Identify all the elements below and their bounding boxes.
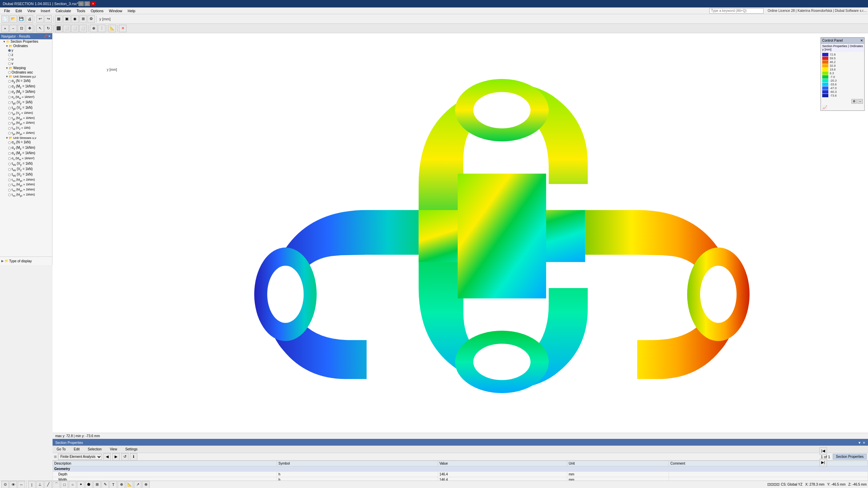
bt-9[interactable]: ○ [69, 481, 76, 488]
nav-ordinates-wsc[interactable]: Ordinates wsc [0, 70, 52, 75]
sp-tab-label[interactable]: Section Properties [833, 454, 867, 460]
bt-15[interactable]: ⊕ [118, 481, 125, 488]
sp-goto-btn[interactable]: Go To [54, 447, 68, 452]
bt-14[interactable]: T [110, 481, 117, 488]
bt-8[interactable]: □ [61, 481, 68, 488]
nav-tyz-vy-knm[interactable]: τyz (Vy = 1kNm) [0, 111, 52, 116]
sp-next-btn[interactable]: ▶ [112, 453, 120, 461]
nav-ordinate-z[interactable]: z [0, 53, 52, 57]
render-btn-3[interactable]: ⬜ [71, 25, 79, 32]
bt-18[interactable]: ⊕ [142, 481, 150, 488]
maximize-button[interactable]: □ [84, 1, 90, 6]
nav-sv-my[interactable]: σv (My = 1kNm) [0, 151, 52, 156]
menu-window[interactable]: Window [106, 8, 125, 14]
render-btn-1[interactable]: ⬛ [55, 25, 62, 32]
nav-close-icon[interactable]: ✕ [48, 35, 51, 38]
render-btn-2[interactable]: ⬜ [63, 25, 71, 32]
nav-tvu-vz-1[interactable]: τvu (Vz = 1kN) [0, 167, 52, 172]
cp-expand-btn[interactable]: ↔ [857, 99, 863, 104]
nav-unit-stresses-uv[interactable]: ▼ 📂 Unit Stresses u,v [0, 136, 52, 140]
nav-tyz-myz-1[interactable]: τyz (Myz = 1kNm) [0, 116, 52, 121]
nav-sv-mz[interactable]: σv (Mz = 1kNm) [0, 145, 52, 151]
sp-analysis-dropdown[interactable]: Finite Element Analysis [58, 454, 102, 460]
nav-sz-mw[interactable]: σz (Mw = 1kNm²) [0, 95, 52, 100]
menu-calculate[interactable]: Calculate [53, 8, 74, 14]
nav-tvu-myz-3[interactable]: τvu (Myz = 1kNm) [0, 187, 52, 192]
nav-warping[interactable]: ▼ 📂 Warping [0, 66, 52, 70]
tb-btn-1[interactable]: ▦ [55, 15, 62, 23]
nav-tvu-myz-1[interactable]: τvu (Myz = 1kNm) [0, 178, 52, 183]
sp-collapse-icon[interactable]: ▼ [858, 441, 861, 445]
nav-sv-mw[interactable]: σv (Mw = 1kNm²) [0, 156, 52, 161]
render-btn-4[interactable]: ⬜ [79, 25, 87, 32]
nav-ordinate-y[interactable]: y [0, 48, 52, 53]
nav-ordinate-u[interactable]: u [0, 57, 52, 61]
nav-sz-my[interactable]: σz (My = 1kNm) [0, 89, 52, 95]
menu-help[interactable]: Help [125, 8, 138, 14]
nav-tvz-vz[interactable]: τvz (Vz = 1kN) [0, 126, 52, 131]
sp-last-page-btn[interactable]: ▶| [820, 459, 827, 466]
sp-edit-btn[interactable]: Edit [71, 447, 82, 452]
zoom-fit-button[interactable]: ⊡ [18, 25, 25, 32]
sp-info-btn[interactable]: ℹ [130, 453, 137, 461]
new-button[interactable]: 📄 [1, 15, 9, 23]
search-input[interactable] [709, 8, 764, 14]
close-button[interactable]: ✕ [91, 1, 96, 6]
nav-tvu-myz-2[interactable]: τvu (Myz = 1kNm) [0, 182, 52, 187]
sp-selection-btn[interactable]: Selection [85, 447, 104, 452]
zoom-out-button[interactable]: − [9, 25, 17, 32]
bt-3[interactable]: ↔ [18, 481, 25, 488]
bt-12[interactable]: ⊞ [93, 481, 101, 488]
control-panel-close[interactable]: ✕ [860, 39, 863, 42]
nav-tvu-vz-2[interactable]: τvu (Vz = 1kN) [0, 172, 52, 178]
menu-tools[interactable]: Tools [74, 8, 88, 14]
close-view-btn[interactable]: ✕ [119, 25, 126, 32]
tb-btn-2[interactable]: ▣ [63, 15, 71, 23]
nav-tvu-myz-4[interactable]: τvu (Myz = 1kNm) [0, 192, 52, 198]
grid-btn[interactable]: ⋮ [98, 25, 105, 32]
bt-2[interactable]: 👁 [9, 481, 17, 488]
print-button[interactable]: 🖨 [26, 15, 33, 23]
nav-su-n[interactable]: σu (N = 1kN) [0, 140, 52, 145]
bt-5[interactable]: ⊥ [36, 481, 44, 488]
undo-button[interactable]: ↩ [36, 15, 44, 23]
canvas-area[interactable]: y [mm] [53, 33, 868, 439]
redo-button[interactable]: ↪ [44, 15, 52, 23]
menu-options[interactable]: Options [88, 8, 106, 14]
nav-ordinate-v[interactable]: v [0, 61, 52, 66]
bt-13[interactable]: ✎ [101, 481, 109, 488]
bt-6[interactable]: ╱ [44, 481, 52, 488]
menu-file[interactable]: File [1, 8, 13, 14]
nav-tyz-vy[interactable]: τyz (Vy = 1kN) [0, 100, 52, 105]
sp-prev-btn[interactable]: ◀ [103, 453, 111, 461]
bt-7[interactable]: ⌒ [53, 481, 60, 488]
bt-16[interactable]: 📐 [126, 481, 133, 488]
nav-tyz-vz[interactable]: τyz (Vz = 1kN) [0, 105, 52, 111]
bt-11[interactable]: ⬟ [85, 481, 93, 488]
nav-sz-mz[interactable]: σz (Mz = 1kNm) [0, 84, 52, 89]
cp-settings-btn[interactable]: ⚙ [851, 99, 857, 104]
nav-section-properties[interactable]: ▼ 📁 Section Properties [0, 39, 52, 44]
nav-ordinates[interactable]: ▼ 📂 Ordinates [0, 44, 52, 48]
rotate-button[interactable]: ↻ [44, 25, 52, 32]
minimize-button[interactable]: ─ [78, 1, 84, 6]
nav-unit-stresses-yz[interactable]: ▼ 📂 Unit Stresses y,z [0, 75, 52, 79]
measure-btn[interactable]: 📐 [108, 25, 116, 32]
sp-settings-btn[interactable]: Settings [122, 447, 140, 452]
sp-close-icon[interactable]: ✕ [863, 441, 865, 445]
nav-sy-n[interactable]: σy (N = 1kN) [0, 79, 52, 84]
snap-btn[interactable]: ⊕ [90, 25, 97, 32]
nav-tyz-myz-2[interactable]: τyz (Myz = 1kNm) [0, 121, 52, 126]
cp-graph-icon[interactable]: 📈 [822, 105, 827, 110]
menu-insert[interactable]: Insert [38, 8, 53, 14]
pan-button[interactable]: ✥ [26, 25, 33, 32]
sp-first-page-btn[interactable]: |◀ [820, 447, 827, 455]
tb-btn-3[interactable]: ◉ [71, 15, 79, 23]
tb-btn-4[interactable]: ⊞ [79, 15, 87, 23]
menu-edit[interactable]: Edit [13, 8, 25, 14]
bt-17[interactable]: ↗ [134, 481, 141, 488]
open-button[interactable]: 📂 [9, 15, 17, 23]
select-button[interactable]: ↖ [36, 25, 44, 32]
bt-4[interactable]: | [28, 481, 36, 488]
bt-1[interactable]: ⊙ [1, 481, 9, 488]
